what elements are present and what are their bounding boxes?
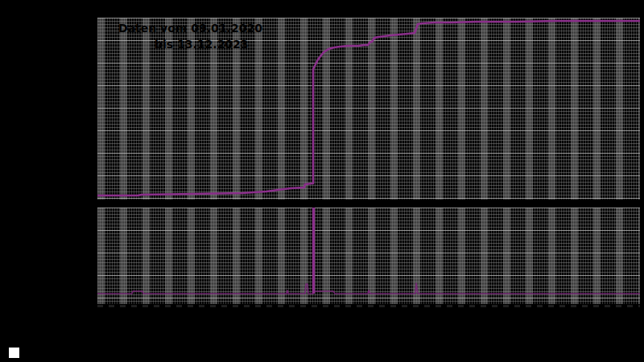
date-range-annotation: Daten vom 09.01.2020 bis 13.12.2023 bbox=[118, 20, 252, 52]
bottom-line-chart bbox=[97, 208, 640, 304]
bottom-chart-panel bbox=[97, 208, 640, 304]
x-axis-tick-strip bbox=[97, 305, 640, 307]
legend-swatch bbox=[9, 348, 19, 358]
date-range-line2: bis 13.12.2023 bbox=[155, 36, 252, 52]
chart-canvas: Daten vom 09.01.2020 bis 13.12.2023 bbox=[0, 0, 644, 362]
date-range-line1: Daten vom 09.01.2020 bbox=[118, 20, 252, 36]
top-chart-panel: Daten vom 09.01.2020 bis 13.12.2023 bbox=[97, 18, 640, 200]
